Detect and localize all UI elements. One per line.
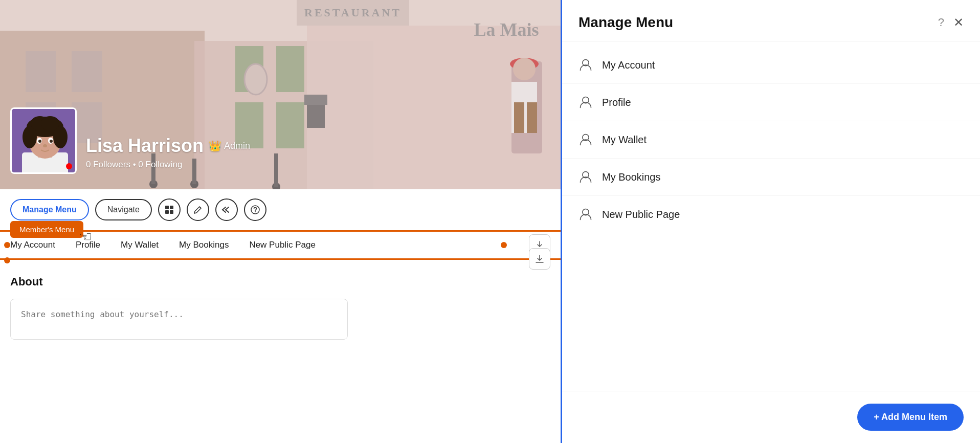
cover-photo: RESTAURANT La Mais <box>0 0 561 189</box>
svg-point-43 <box>50 140 53 143</box>
panel-close-button[interactable]: ✕ <box>953 16 964 29</box>
tab-my-bookings[interactable]: My Bookings <box>179 232 249 258</box>
svg-point-50 <box>255 211 256 212</box>
manage-menu-panel: Manage Menu ? ✕ My Account Profile <box>561 0 980 443</box>
tab-my-wallet[interactable]: My Wallet <box>121 232 179 258</box>
svg-point-42 <box>38 140 41 143</box>
svg-point-49 <box>251 206 259 214</box>
svg-rect-45 <box>165 206 169 209</box>
layout-icon-button[interactable] <box>158 198 181 221</box>
download-bottom-button[interactable] <box>529 248 550 270</box>
left-dot <box>4 257 10 263</box>
menu-item-my-account[interactable]: My Account <box>562 47 980 84</box>
person-icon-my-bookings <box>578 170 593 184</box>
navigate-button[interactable]: Navigate <box>95 199 152 220</box>
stats-separator: • <box>133 160 136 169</box>
menu-item-label-profile: Profile <box>602 97 631 108</box>
svg-rect-46 <box>170 206 173 209</box>
panel-body: My Account Profile My Wallet My Bookings <box>562 41 980 391</box>
avatar-status-dot <box>66 163 72 169</box>
person-icon-new-public-page <box>578 207 593 221</box>
profile-stats: 0 Followers • 0 Following <box>86 160 250 170</box>
profile-info: Lisa Harrison 👑 Admin 0 Followers • 0 Fo… <box>86 135 250 174</box>
edit-icon-button[interactable] <box>187 198 209 221</box>
tab-new-public-page[interactable]: New Public Page <box>249 232 336 258</box>
profile-section: Lisa Harrison 👑 Admin 0 Followers • 0 Fo… <box>10 107 250 174</box>
about-textarea[interactable] <box>10 299 348 340</box>
menu-item-label-my-bookings: My Bookings <box>602 171 661 183</box>
add-menu-item-button[interactable]: + Add Menu Item <box>857 404 964 431</box>
followers-count: 0 Followers <box>86 160 130 169</box>
profile-name-text: Lisa Harrison <box>86 135 204 157</box>
cursor-hand: ☞ <box>79 228 92 245</box>
action-bar: Manage Menu My Account Navigate <box>0 189 561 230</box>
about-section: About <box>0 260 561 357</box>
svg-point-39 <box>41 116 59 130</box>
following-count: 0 Following <box>138 160 182 169</box>
svg-point-44 <box>43 144 47 147</box>
svg-point-36 <box>23 126 37 148</box>
menu-item-new-public-page[interactable]: New Public Page <box>562 196 980 233</box>
avatar <box>10 107 77 174</box>
menu-item-label-my-account: My Account <box>602 59 655 71</box>
panel-title: Manage Menu <box>578 14 673 31</box>
members-menu-tooltip: Member's Menu <box>10 221 83 238</box>
svg-point-37 <box>53 126 68 148</box>
svg-rect-47 <box>165 210 169 214</box>
menu-item-my-bookings[interactable]: My Bookings <box>562 159 980 196</box>
back-icon-button[interactable] <box>215 198 238 221</box>
admin-label: Admin <box>224 141 250 151</box>
manage-menu-button[interactable]: Manage Menu <box>10 199 89 220</box>
admin-badge: 👑 Admin <box>209 140 250 152</box>
crown-icon: 👑 <box>209 140 221 152</box>
menu-item-profile[interactable]: Profile <box>562 84 980 121</box>
person-icon-my-account <box>578 58 593 72</box>
panel-header: Manage Menu ? ✕ <box>562 0 980 41</box>
panel-footer: + Add Menu Item <box>562 391 980 443</box>
menu-item-my-wallet[interactable]: My Wallet <box>562 121 980 159</box>
main-profile-area: RESTAURANT La Mais <box>0 0 561 443</box>
panel-header-actions: ? ✕ <box>938 16 964 29</box>
help-icon-button[interactable] <box>244 198 266 221</box>
person-icon-my-wallet <box>578 132 593 147</box>
person-icon-profile <box>578 95 593 109</box>
about-title: About <box>10 275 550 289</box>
menu-item-label-my-wallet: My Wallet <box>602 134 647 146</box>
menu-item-label-new-public-page: New Public Page <box>602 209 680 220</box>
panel-help-button[interactable]: ? <box>938 16 944 29</box>
svg-rect-48 <box>170 210 173 214</box>
